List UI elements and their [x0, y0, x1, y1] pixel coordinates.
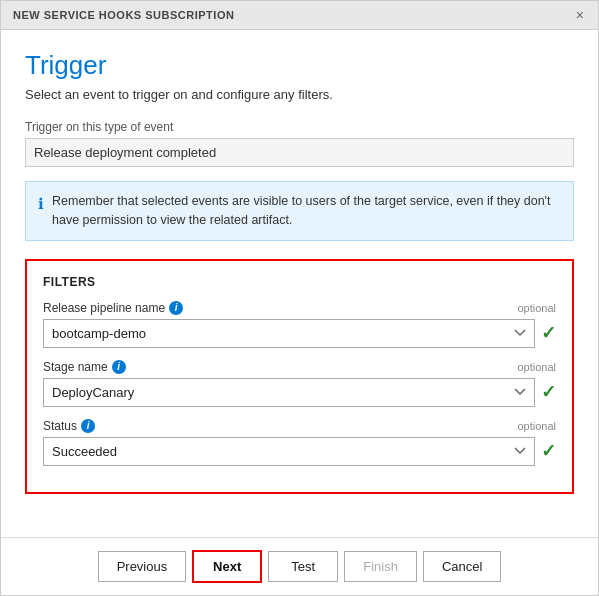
dialog: NEW SERVICE HOOKS SUBSCRIPTION × Trigger… — [0, 0, 599, 596]
test-button[interactable]: Test — [268, 551, 338, 582]
trigger-event-input — [25, 138, 574, 167]
status-select[interactable]: Succeeded — [43, 437, 535, 466]
content-area: Trigger Select an event to trigger on an… — [1, 30, 598, 537]
filter-label-stage: Stage name i — [43, 360, 126, 374]
filter-row-stage: Stage name i optional DeployCanary ✓ — [43, 360, 556, 407]
status-check-icon: ✓ — [541, 440, 556, 462]
title-bar: NEW SERVICE HOOKS SUBSCRIPTION × — [1, 1, 598, 30]
pipeline-select[interactable]: bootcamp-demo — [43, 319, 535, 348]
next-button[interactable]: Next — [192, 550, 262, 583]
trigger-field-label: Trigger on this type of event — [25, 120, 574, 134]
stage-optional: optional — [517, 361, 556, 373]
pipeline-select-row: bootcamp-demo ✓ — [43, 319, 556, 348]
stage-select-row: DeployCanary ✓ — [43, 378, 556, 407]
filter-row-status: Status i optional Succeeded ✓ — [43, 419, 556, 466]
info-box: ℹ Remember that selected events are visi… — [25, 181, 574, 241]
filter-label-row-stage: Stage name i optional — [43, 360, 556, 374]
cancel-button[interactable]: Cancel — [423, 551, 501, 582]
stage-select[interactable]: DeployCanary — [43, 378, 535, 407]
info-icon: ℹ — [38, 193, 44, 216]
status-select-row: Succeeded ✓ — [43, 437, 556, 466]
pipeline-check-icon: ✓ — [541, 322, 556, 344]
filter-label-pipeline: Release pipeline name i — [43, 301, 183, 315]
dialog-title: NEW SERVICE HOOKS SUBSCRIPTION — [13, 9, 234, 21]
previous-button[interactable]: Previous — [98, 551, 187, 582]
status-optional: optional — [517, 420, 556, 432]
pipeline-optional: optional — [517, 302, 556, 314]
finish-button[interactable]: Finish — [344, 551, 417, 582]
footer: Previous Next Test Finish Cancel — [1, 537, 598, 595]
filters-title: FILTERS — [43, 275, 556, 289]
page-subtitle: Select an event to trigger on and config… — [25, 87, 574, 102]
status-info-icon[interactable]: i — [81, 419, 95, 433]
page-title: Trigger — [25, 50, 574, 81]
close-button[interactable]: × — [574, 8, 586, 22]
filters-section: FILTERS Release pipeline name i optional… — [25, 259, 574, 494]
pipeline-info-icon[interactable]: i — [169, 301, 183, 315]
filter-label-row-status: Status i optional — [43, 419, 556, 433]
filter-label-status: Status i — [43, 419, 95, 433]
info-message: Remember that selected events are visibl… — [52, 192, 561, 230]
stage-info-icon[interactable]: i — [112, 360, 126, 374]
filter-row-pipeline: Release pipeline name i optional bootcam… — [43, 301, 556, 348]
stage-check-icon: ✓ — [541, 381, 556, 403]
filter-label-row-pipeline: Release pipeline name i optional — [43, 301, 556, 315]
